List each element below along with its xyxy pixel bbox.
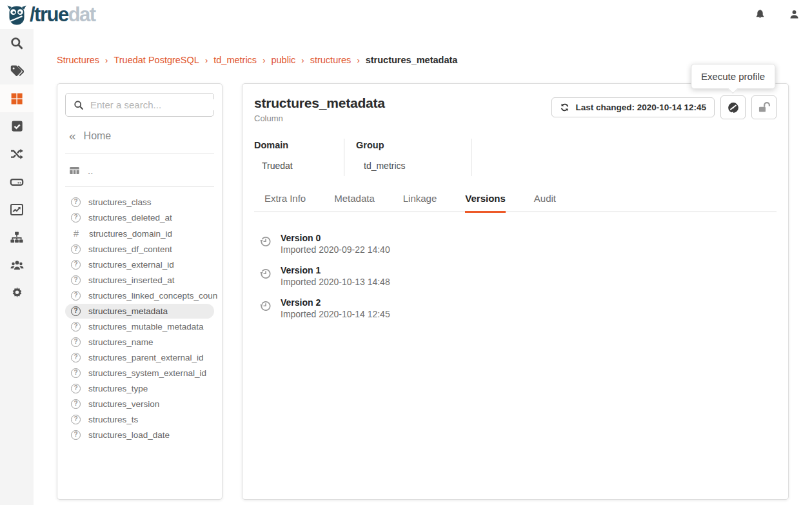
question-icon: ? [71, 244, 81, 254]
version-list-item[interactable]: Version 0 Imported 2020-09-22 14:40 [259, 233, 777, 255]
last-changed-label: Last changed: 2020-10-14 12:45 [575, 103, 706, 112]
version-list: Version 0 Imported 2020-09-22 14:40 Vers… [254, 233, 777, 319]
field-list-item[interactable]: ? structures_class [65, 195, 214, 210]
version-list-item[interactable]: Version 1 Imported 2020-10-13 14:48 [259, 265, 777, 287]
version-text: Version 1 Imported 2020-10-13 14:48 [281, 265, 390, 287]
home-link[interactable]: « Home [65, 117, 214, 154]
page-subtitle: Column [254, 114, 385, 123]
tab-audit[interactable]: Audit [534, 193, 556, 212]
nav-rail [0, 29, 34, 505]
history-icon [259, 235, 272, 255]
field-list-item[interactable]: ? structures_df_content [65, 242, 214, 257]
tab-extra-info[interactable]: Extra Info [264, 193, 306, 212]
field-list-item[interactable]: ? structures_inserted_at [65, 273, 214, 288]
breadcrumb-link[interactable]: structures [310, 55, 352, 65]
question-icon: ? [71, 430, 81, 440]
rail-users-icon[interactable] [0, 251, 34, 279]
domain-value: Truedat [254, 161, 344, 171]
refresh-icon [560, 103, 569, 112]
field-list-item[interactable]: # structures_domain_id [65, 226, 214, 241]
field-label: structures_load_date [88, 430, 170, 440]
owl-icon [5, 3, 28, 26]
rail-check-square-icon[interactable] [0, 112, 34, 140]
execute-profile-tooltip: Execute profile [691, 64, 775, 89]
execute-profile-button[interactable]: Execute profile [720, 95, 746, 119]
version-title: Version 0 [281, 233, 390, 243]
breadcrumb-link[interactable]: Structures [57, 55, 99, 65]
unlock-icon [757, 101, 771, 115]
domain-label: Domain [254, 140, 344, 150]
home-label: Home [84, 130, 112, 142]
field-list-item[interactable]: ? structures_linked_concepts_coun [65, 288, 214, 303]
field-label: structures_linked_concepts_coun [88, 291, 217, 301]
question-icon: ? [71, 384, 81, 393]
topbar: /truedat [0, 0, 812, 29]
field-list-item[interactable]: ? structures_name [65, 335, 214, 350]
field-label: structures_system_external_id [88, 368, 206, 378]
lock-button[interactable] [751, 95, 777, 119]
bell-icon[interactable] [754, 8, 766, 21]
tab-linkage[interactable]: Linkage [403, 193, 437, 212]
tab-versions[interactable]: Versions [465, 193, 506, 212]
field-list-item[interactable]: ? structures_deleted_at [65, 210, 214, 225]
structure-detail-panel: structures_metadata Column Last changed:… [242, 83, 789, 500]
field-list-item[interactable]: ? structures_external_id [65, 257, 214, 272]
content-area: Structures›Truedat PostgreSQL›td_metrics… [34, 29, 812, 505]
field-list-item[interactable]: ? structures_ts [65, 412, 214, 427]
search-icon [74, 100, 84, 110]
question-icon: ? [71, 399, 81, 409]
breadcrumb-separator-icon: › [105, 55, 108, 65]
group-value: td_metrics [356, 161, 471, 171]
field-label: structures_inserted_at [88, 275, 175, 285]
tab-bar: Extra InfoMetadataLinkageVersionsAudit [254, 193, 777, 212]
field-list-item[interactable]: ? structures_metadata [65, 304, 214, 319]
question-icon: ? [71, 197, 81, 207]
field-label: structures_name [88, 337, 153, 347]
logo-text-primary: /true [30, 3, 68, 26]
history-icon [259, 299, 272, 319]
title-block: structures_metadata Column [254, 95, 385, 123]
question-icon: ? [71, 213, 81, 223]
rail-shuffle-icon[interactable] [0, 140, 34, 168]
logo-text: /truedat [30, 5, 95, 25]
version-list-item[interactable]: Version 2 Imported 2020-10-14 12:45 [259, 297, 777, 319]
rail-drive-icon[interactable] [0, 168, 34, 195]
question-icon: ? [71, 260, 81, 270]
gauge-icon [726, 101, 740, 115]
group-label: Group [356, 140, 471, 150]
field-label: structures_version [88, 399, 159, 409]
field-label: structures_deleted_at [88, 213, 172, 223]
field-list-item[interactable]: ? structures_parent_external_id [65, 350, 214, 365]
field-list-item[interactable]: ? structures_version [65, 397, 214, 411]
field-list: ? structures_class ? structures_deleted_… [65, 195, 214, 442]
user-icon[interactable] [788, 8, 800, 21]
field-label: structures_parent_external_id [88, 353, 204, 362]
question-icon: ? [71, 291, 81, 301]
question-icon: ? [71, 415, 81, 424]
rail-sitemap-icon[interactable] [0, 223, 34, 251]
breadcrumb-separator-icon: › [205, 55, 208, 65]
double-chevron-left-icon: « [69, 130, 76, 142]
breadcrumb-link[interactable]: td_metrics [213, 55, 257, 65]
rail-tags-icon[interactable] [0, 57, 34, 84]
parent-directory-link[interactable]: .. [65, 154, 214, 187]
field-label: structures_metadata [88, 306, 168, 316]
breadcrumb-link[interactable]: Truedat PostgreSQL [114, 55, 199, 65]
field-list-item[interactable]: ? structures_type [65, 381, 214, 396]
tab-metadata[interactable]: Metadata [334, 193, 375, 212]
rail-search-icon[interactable] [0, 29, 34, 57]
truedat-logo[interactable]: /truedat [5, 3, 95, 26]
cards-row: « Home .. ? structures_class ? structure… [57, 83, 789, 500]
breadcrumb-separator-icon: › [301, 55, 304, 65]
rail-gear-icon[interactable] [0, 279, 34, 306]
field-list-item[interactable]: ? structures_system_external_id [65, 366, 214, 381]
rail-grid-icon[interactable] [0, 84, 34, 112]
topbar-actions [754, 8, 803, 21]
hash-icon: # [71, 228, 81, 239]
search-input[interactable] [90, 99, 219, 110]
rail-chart-line-icon[interactable] [0, 195, 34, 223]
last-changed-button[interactable]: Last changed: 2020-10-14 12:45 [551, 97, 715, 117]
breadcrumb-link[interactable]: public [271, 55, 295, 65]
field-list-item[interactable]: ? structures_load_date [65, 428, 214, 442]
field-list-item[interactable]: ? structures_mutable_metadata [65, 319, 214, 334]
